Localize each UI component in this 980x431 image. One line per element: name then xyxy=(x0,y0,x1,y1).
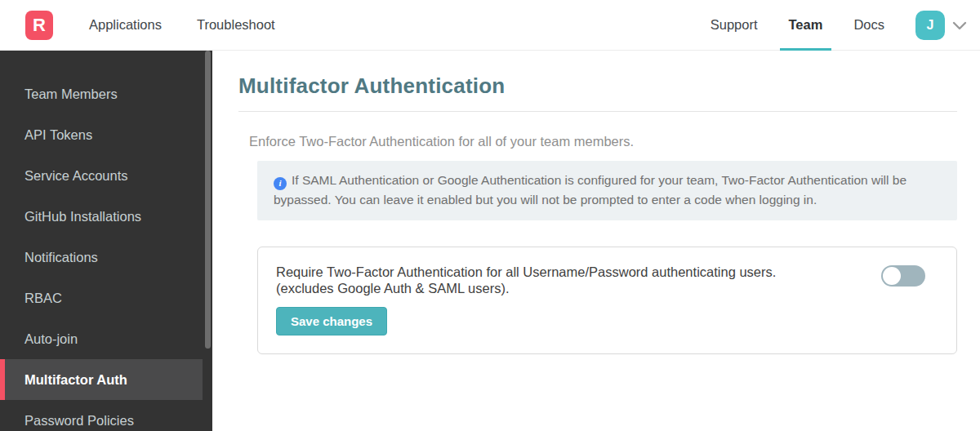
toggle-knob xyxy=(883,267,901,285)
top-navbar: R Applications Troubleshoot Support Team… xyxy=(0,0,980,51)
info-icon: i xyxy=(274,177,287,190)
nav-link-troubleshoot[interactable]: Troubleshoot xyxy=(197,0,275,51)
setting-label-line1: Require Two-Factor Authentication for al… xyxy=(276,264,776,279)
navbar-left-links: Applications Troubleshoot xyxy=(89,0,310,51)
navbar-right-links: Support Team Docs J xyxy=(679,0,967,51)
sidebar-item-api-tokens[interactable]: API Tokens xyxy=(0,114,212,155)
sidebar-item-github-installations[interactable]: GitHub Installations xyxy=(0,196,212,237)
section-description: Enforce Two-Factor Authentication for al… xyxy=(249,134,957,149)
chevron-down-icon[interactable] xyxy=(952,20,967,30)
nav-link-applications[interactable]: Applications xyxy=(89,0,162,51)
info-note-text: If SAML Authentication or Google Authent… xyxy=(274,173,906,207)
mfa-section: Enforce Two-Factor Authentication for al… xyxy=(249,134,957,354)
sidebar-item-multifactor-auth[interactable]: Multifactor Auth xyxy=(0,359,203,400)
sidebar-item-team-members[interactable]: Team Members xyxy=(0,73,212,114)
title-divider xyxy=(238,111,957,112)
nav-link-support[interactable]: Support xyxy=(710,0,758,51)
nav-link-docs[interactable]: Docs xyxy=(853,0,884,51)
rollbar-logo-icon[interactable]: R xyxy=(25,11,53,40)
save-changes-button[interactable]: Save changes xyxy=(276,307,387,335)
sidebar-scrollbar[interactable] xyxy=(205,51,211,349)
main-content: Multifactor Authentication Enforce Two-F… xyxy=(212,51,980,431)
page-title: Multifactor Authentication xyxy=(238,73,957,99)
sidebar-item-rbac[interactable]: RBAC xyxy=(0,278,212,318)
nav-link-team[interactable]: Team xyxy=(789,0,823,51)
sidebar-item-password-policies[interactable]: Password Policies xyxy=(0,400,212,431)
sidebar-item-service-accounts[interactable]: Service Accounts xyxy=(0,155,212,196)
user-avatar[interactable]: J xyxy=(915,11,945,40)
setting-label: Require Two-Factor Authentication for al… xyxy=(276,264,938,296)
info-note-box: iIf SAML Authentication or Google Authen… xyxy=(257,161,957,220)
settings-sidebar: Team Members API Tokens Service Accounts… xyxy=(0,51,212,431)
setting-label-line2: (excludes Google Auth & SAML users). xyxy=(276,281,510,295)
mfa-setting-card: Require Two-Factor Authentication for al… xyxy=(257,247,957,354)
sidebar-item-notifications[interactable]: Notifications xyxy=(0,237,212,278)
sidebar-item-auto-join[interactable]: Auto-join xyxy=(0,318,212,359)
mfa-toggle-switch[interactable] xyxy=(881,265,925,287)
